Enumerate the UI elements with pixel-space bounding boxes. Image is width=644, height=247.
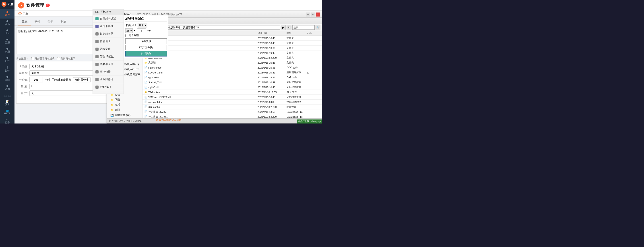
include-to-checkbox[interactable] [125, 34, 128, 37]
operation-arrow: ▼ [134, 29, 136, 32]
file-icon: 📄 [144, 105, 148, 108]
card-type-row2: 卡类:月卡 月卡 [125, 23, 167, 28]
menu-item-remote-file[interactable]: 远程文件 [93, 45, 124, 53]
table-row[interactable]: 📁 BlackList 2023/7/15 10:49 文件夹 [142, 36, 322, 41]
table-row[interactable]: 📄 XG_config 2023/11/18 20:00 配置设置 [142, 105, 322, 109]
member-dot [6, 20, 8, 22]
menu-item-manage-js[interactable]: 管理JS函数 [93, 53, 124, 61]
search-btn[interactable]: 🔍 [316, 25, 320, 30]
sidebar-item-more[interactable]: ⚙ 更多 [0, 117, 14, 124]
address-refresh-btn[interactable]: ↻ [286, 25, 292, 30]
lock-icon [96, 32, 98, 36]
seller-mgmt-btn[interactable]: 销售员管理 [73, 77, 90, 82]
nav-local-disk[interactable]: 💾 本地磁盘 (C:) [107, 113, 142, 118]
menu-item-auto-seal[interactable]: 自动封卡设置 [93, 15, 124, 23]
operation-value-input[interactable] [137, 28, 146, 33]
startup-label[interactable]: 开机运行 [100, 10, 111, 14]
table-row[interactable]: 📄 qqwry.dat 2021/1/18 14:53 DAT 文件 [142, 75, 322, 80]
minimize-btn[interactable]: — [306, 13, 310, 17]
table-row[interactable]: 🔑 TZdun.key 2023/11/18 19:55 KEY 文件 [142, 90, 322, 95]
col-type[interactable]: 类型 [286, 32, 306, 35]
trial-dot [6, 85, 8, 87]
file-date: 2023/7/15 13:36 [258, 47, 286, 49]
sidebar-item-variable[interactable]: 📝 变量 [0, 99, 14, 108]
logo-icon: 盾 [2, 2, 6, 7]
table-row[interactable]: 📁 Langs 2023/7/15 10:49 文件夹 [142, 41, 322, 46]
nav-music[interactable]: 📁 音乐 [107, 102, 142, 107]
operation-select[interactable]: 加 减 [125, 28, 133, 33]
menu-item-lock-server[interactable]: 锁定服务器 [93, 30, 124, 38]
sidebar-item-software[interactable]: 软件 [0, 9, 14, 19]
seller-label: 销售员: [19, 71, 28, 75]
col-size[interactable]: 大小 [306, 32, 320, 35]
sidebar-item-paused[interactable]: || 暂停 [0, 64, 14, 74]
file-icon: 📄 [144, 71, 148, 74]
file-date: 2023/7/15 10:49 [258, 42, 286, 45]
table-row[interactable]: 📁 VMP授权文件 2023/7/15 10:49 文件夹 [142, 51, 322, 55]
external-display-label[interactable]: 外部显示日志模式 [31, 57, 54, 60]
app-name: 天盾 [7, 2, 13, 6]
tab-illegal[interactable]: 非法 [57, 18, 70, 26]
include-to-label[interactable]: 包含到期 [125, 34, 167, 37]
file-date: 2023/7/15 13:55 [258, 111, 286, 113]
sidebar-item-trial[interactable]: 试用 [0, 83, 14, 92]
close-btn[interactable]: × [316, 13, 320, 17]
execute-btn[interactable]: 执行操作 [125, 51, 167, 57]
menu-item-enterprise[interactable]: 企业服务端 [93, 76, 124, 83]
status-bar: 24 个项目 选中 1 个项目 16.8 MB tinT [107, 118, 322, 123]
time-input[interactable] [30, 77, 43, 82]
no-unbind-checkbox[interactable] [52, 78, 55, 81]
table-row[interactable]: 📄 VMProtectSDK32.dll 2023/7/15 10:49 应用程… [142, 95, 322, 100]
table-row[interactable]: 📄 KeyGen32.dll 2023/7/15 10:49 应用程序扩展 10 [142, 70, 322, 75]
table-row[interactable]: 📁 XGData3085 2023/11/18 20:00 文件夹 [142, 55, 322, 60]
file-type: 文件夹 [286, 41, 306, 45]
card-gen-type-label: 卡类:月卡 [125, 24, 137, 27]
col-date[interactable]: 修改日期 [258, 32, 286, 35]
table-row[interactable]: 📄 sqlite3.dll 2023/7/15 10:48 应用程序扩展 [142, 85, 322, 90]
save-changes-btn[interactable]: 保存更改 [125, 38, 167, 44]
online-dot [6, 76, 8, 78]
external-display-checkbox[interactable] [31, 57, 34, 60]
menu-item-auto-sell[interactable]: 自动售卡 [93, 38, 124, 45]
table-row[interactable]: 📄 Socket_T.dll 2023/7/15 10:49 应用程序扩展 [142, 80, 322, 85]
menu-item-unbind-all[interactable]: 全部卡解绑 [93, 23, 124, 30]
close-log-checkbox[interactable] [57, 57, 60, 60]
nav-desktop2[interactable]: 📁 桌面 [107, 107, 142, 113]
close-log-label[interactable]: 关闭日志显示 [57, 57, 75, 60]
file-date: 2023/11/18 19:55 [258, 91, 286, 94]
search-input[interactable] [292, 25, 315, 30]
file-name-cell: 📄 sqlite3.dll [144, 86, 258, 89]
table-row[interactable]: 📁 离线端 2023/7/15 10:48 文件夹 [142, 60, 322, 65]
card-gen-popup: 加/减时 加/减点 卡类:月卡 月卡 加 减 ▼ 小时 包含到期 保存更改 打开… [124, 15, 168, 58]
sidebar-item-member[interactable]: 会员 [0, 19, 14, 28]
menu-item-blacklist[interactable]: 黑名单管理 [93, 61, 124, 68]
table-row[interactable]: 📁 Log 2023/7/15 13:36 文件夹 [142, 46, 322, 51]
table-row[interactable]: 📄 HttpAPI.doc 2021/1/19 16:53 DOC 文件 [142, 65, 322, 70]
no-unbind-label[interactable]: 禁止解绑换机 [52, 78, 71, 82]
file-name: Socket_T.dll [148, 81, 162, 84]
file-type: DOC 文件 [286, 66, 306, 69]
file-name: VMProtectSDK32.dll [148, 96, 170, 99]
table-row[interactable]: 📄 winspool.drv 2023/7/15 0:09 设备驱动程序 [142, 100, 322, 105]
sidebar-item-http[interactable]: 🌐 HTTP [0, 108, 14, 117]
sidebar-item-cardno[interactable]: 卡号 [0, 28, 14, 37]
tab-sell[interactable]: 售卡 [44, 18, 57, 26]
maximize-btn[interactable]: □ [311, 13, 315, 17]
file-icon: 📄 [144, 81, 148, 84]
address-go-btn[interactable]: ▶ [281, 25, 286, 30]
external-display-text: 外部显示日志模式 [35, 57, 54, 60]
sidebar-item-online[interactable]: 在线 [0, 74, 14, 83]
card-gen-type-select[interactable]: 月卡 [138, 23, 148, 28]
menu-item-vmp[interactable]: VMP授权 [93, 83, 124, 91]
table-row[interactable]: 📄 行为日志_202307 2023/7/15 13:55 Data Base … [142, 109, 322, 114]
tab-log[interactable]: 日志 [18, 18, 31, 26]
sidebar-item-banned[interactable]: 封停 [0, 55, 14, 64]
menu-item-query-sales[interactable]: 查询销量 [93, 68, 124, 76]
nav-downloads2[interactable]: 📁 下载 [107, 97, 142, 102]
sidebar-item-used[interactable]: 已用 [0, 37, 14, 46]
sidebar-item-unused[interactable]: 未用 [0, 46, 14, 55]
file-type: Data Base File [286, 111, 306, 113]
open-folder-btn[interactable]: 打开文件夹 [125, 45, 167, 50]
file-name-cell: 📄 XG_config [144, 105, 258, 108]
tab-software[interactable]: 软件 [31, 18, 44, 26]
